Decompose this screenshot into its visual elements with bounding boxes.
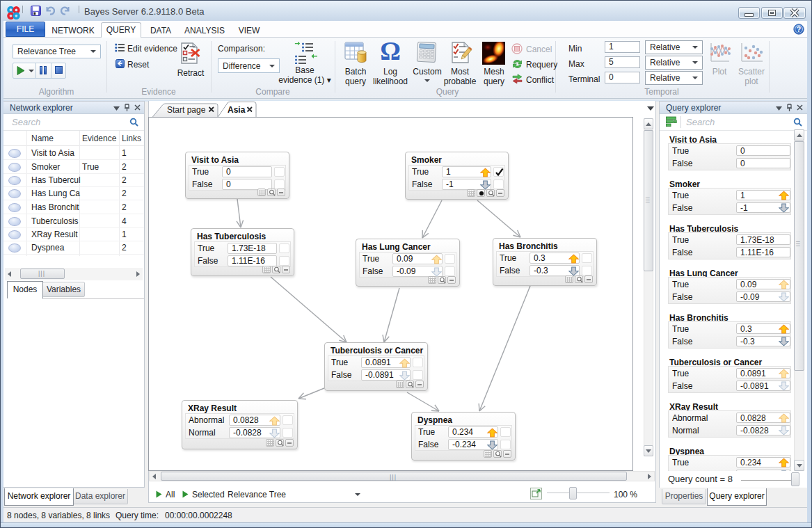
svg-text:?: ?	[797, 25, 801, 33]
svg-text:Asia: Asia	[228, 105, 246, 115]
svg-text:Start page: Start page	[167, 105, 206, 115]
